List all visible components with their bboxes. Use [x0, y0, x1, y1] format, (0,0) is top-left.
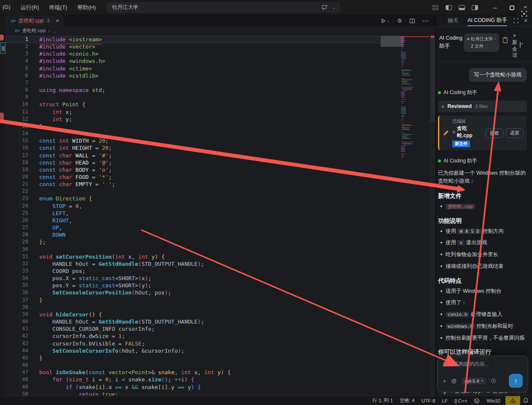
- attach-icon[interactable]: +: [443, 378, 446, 384]
- code-line[interactable]: 41 CONSOLE_CURSOR_INFO cursorInfo;: [6, 325, 400, 332]
- breadcrumb[interactable]: C+ 贪吃蛇.cpp › ...: [6, 26, 435, 35]
- code-line[interactable]: 20const char FOOD = '*';: [6, 173, 400, 181]
- screen-capture-button[interactable]: [518, 8, 530, 20]
- code-line[interactable]: 47bool isOnSnake(const vector<Point>& sn…: [6, 369, 400, 376]
- code-line[interactable]: 3#include <conio.h>: [6, 50, 400, 57]
- code-line[interactable]: 27 UP,: [6, 224, 400, 231]
- customize-layout-icon[interactable]: [433, 5, 439, 10]
- cursor-position[interactable]: 行 1, 列 1: [369, 396, 396, 405]
- gear-icon[interactable]: [397, 18, 403, 24]
- breadcrumb-file[interactable]: 贪吃蛇.cpp: [22, 27, 46, 34]
- code-line[interactable]: 37}: [6, 297, 400, 304]
- context-pill[interactable]: 牡丹江大学 · 2 文件: [464, 33, 499, 52]
- menu-item-run[interactable]: 运行(R): [21, 4, 39, 11]
- edited-file-card[interactable]: 已编辑 ≡ 贪吃蛇.cpp 新文件 接收 还原: [438, 116, 527, 150]
- code-line[interactable]: 2#include <vector>: [6, 43, 400, 50]
- code-line[interactable]: 21const char EMPTY = ' ';: [6, 181, 400, 188]
- chat-input[interactable]: [443, 361, 523, 367]
- toggle-sidebar-icon[interactable]: [446, 5, 452, 10]
- eol[interactable]: LF: [438, 396, 451, 405]
- code-line[interactable]: 16const int HEIGHT = 20;: [6, 144, 400, 151]
- send-button[interactable]: ↑: [509, 374, 523, 388]
- code-line[interactable]: 39void hideCursor() {: [6, 311, 400, 318]
- code-line[interactable]: 43 cursorInfo.bVisible = FALSE;: [6, 340, 400, 347]
- code-line[interactable]: 48 for (size_t i = 0; i < snake.size(); …: [6, 376, 400, 383]
- code-line[interactable]: 31void setCursorPosition(int x, int y) {: [6, 253, 400, 260]
- code-line[interactable]: 26 RIGHT,: [6, 217, 400, 224]
- feedback-icon[interactable]: [470, 396, 483, 405]
- split-editor-icon[interactable]: [409, 18, 415, 24]
- code-line[interactable]: 35 pos.Y = static_cast<SHORT>(y);: [6, 282, 400, 289]
- code-line[interactable]: 36 SetConsoleCursorPosition(hOut, pos);: [6, 289, 400, 296]
- code-line[interactable]: 40 HANDLE hOut = GetStdHandle(STD_OUTPUT…: [6, 318, 400, 325]
- revert-button[interactable]: 还原: [506, 128, 524, 138]
- code-line[interactable]: 24 STOP = 0,: [6, 202, 400, 210]
- code-line[interactable]: 34 pos.X = static_cast<SHORT>(x);: [6, 275, 400, 282]
- code-line[interactable]: 11 int x;: [6, 108, 400, 116]
- breadcrumb-more[interactable]: ...: [53, 28, 57, 33]
- code-line[interactable]: 38: [6, 304, 400, 311]
- scrollbar-slider[interactable]: [430, 35, 435, 122]
- tab-chat[interactable]: 聊天: [448, 17, 458, 24]
- encoding[interactable]: UTF-8: [418, 396, 439, 405]
- warning-badge[interactable]: [505, 396, 520, 405]
- platform[interactable]: Win32: [483, 396, 504, 405]
- expand-panel-icon[interactable]: [513, 18, 519, 23]
- activity-item-active[interactable]: [0, 42, 5, 54]
- more-actions-icon[interactable]: ⋯: [422, 17, 429, 25]
- code-line[interactable]: 17const char WALL = '#';: [6, 152, 400, 159]
- copilot-chat-icon[interactable]: [322, 5, 328, 10]
- chevron-down-icon[interactable]: ⌄: [332, 5, 336, 10]
- code-line[interactable]: 50 return true;: [6, 391, 400, 396]
- code-line[interactable]: 46: [6, 362, 400, 369]
- code-line[interactable]: 33 COORD pos;: [6, 267, 400, 275]
- command-center-search[interactable]: 牡丹江大学 ⌄: [107, 3, 339, 12]
- code-line[interactable]: 4#include <windows.h>: [6, 57, 400, 65]
- code-line[interactable]: 29};: [6, 238, 400, 246]
- code-line[interactable]: 1#include <iostream>: [6, 36, 400, 43]
- reviewed-card[interactable]: ▸ Reviewed 2 files: [438, 100, 527, 112]
- code-line[interactable]: 10struct Point {: [6, 101, 400, 108]
- settings-icon[interactable]: [520, 41, 521, 49]
- tab-close-icon[interactable]: ✕: [56, 18, 59, 24]
- code-line[interactable]: 14: [6, 130, 400, 137]
- code-line[interactable]: 7: [6, 79, 400, 86]
- new-session-button[interactable]: + 新 会 话: [512, 31, 517, 59]
- indentation[interactable]: 空格: 4: [396, 396, 418, 405]
- language-mode[interactable]: { } C++: [451, 396, 471, 405]
- model-selector[interactable]: gpt-5.4 ▾: [462, 378, 486, 384]
- code-line[interactable]: 25 LEFT,: [6, 210, 400, 217]
- minimap[interactable]: [400, 35, 429, 396]
- code-line[interactable]: 45}: [6, 354, 400, 362]
- code-line[interactable]: 19const char BODY = 'o';: [6, 166, 400, 173]
- menu-item-help[interactable]: 帮助(H): [77, 4, 96, 11]
- tab-snake-cpp[interactable]: C+ 贪吃蛇.cpp 2 ✕: [6, 15, 64, 26]
- tab-ai-coding-assistant[interactable]: AI CODING 助手: [468, 15, 507, 26]
- menu-item-terminal[interactable]: 终端(T): [49, 4, 67, 11]
- toggle-panel-icon[interactable]: [459, 5, 465, 10]
- code-line[interactable]: 32 HANDLE hOut = GetStdHandle(STD_OUTPUT…: [6, 260, 400, 267]
- code-line[interactable]: 18const char HEAD = '@';: [6, 159, 400, 166]
- code-line[interactable]: 15const int WIDTH = 20;: [6, 137, 400, 144]
- menu-item-goto[interactable]: (G): [3, 4, 11, 11]
- clipboard-icon[interactable]: [502, 37, 508, 43]
- run-debug-icon[interactable]: ⌄: [381, 18, 390, 24]
- editor-scrollbar[interactable]: [429, 35, 435, 396]
- code-line[interactable]: 30: [6, 246, 400, 253]
- window-restore-button[interactable]: [505, 0, 519, 15]
- chat-input-card[interactable]: + @ gpt-5.4 ▾ ↑: [437, 356, 528, 392]
- code-line[interactable]: 28 DOWN: [6, 231, 400, 238]
- code-line[interactable]: 8using namespace std;: [6, 86, 400, 94]
- code-line[interactable]: 44 SetConsoleCursorInfo(hOut, &cursorInf…: [6, 347, 400, 354]
- code-line[interactable]: 6#include <cstdlib>: [6, 72, 400, 79]
- code-line[interactable]: 49 if (snake[i].x == x && snake[i].y == …: [6, 383, 400, 391]
- chevron-right-icon[interactable]: ▸: [442, 104, 444, 108]
- accept-button[interactable]: 接收: [486, 128, 503, 138]
- code-line[interactable]: 42 cursorInfo.dwSize = 1;: [6, 332, 400, 340]
- toggle-secondary-sidebar-icon[interactable]: [472, 5, 478, 10]
- code-line[interactable]: 9: [6, 94, 400, 101]
- mention-icon[interactable]: @: [451, 378, 457, 384]
- code-editor[interactable]: 1#include <iostream>2#include <vector>3#…: [6, 35, 435, 396]
- input-settings-icon[interactable]: [491, 378, 496, 383]
- code-line[interactable]: 5#include <ctime>: [6, 65, 400, 72]
